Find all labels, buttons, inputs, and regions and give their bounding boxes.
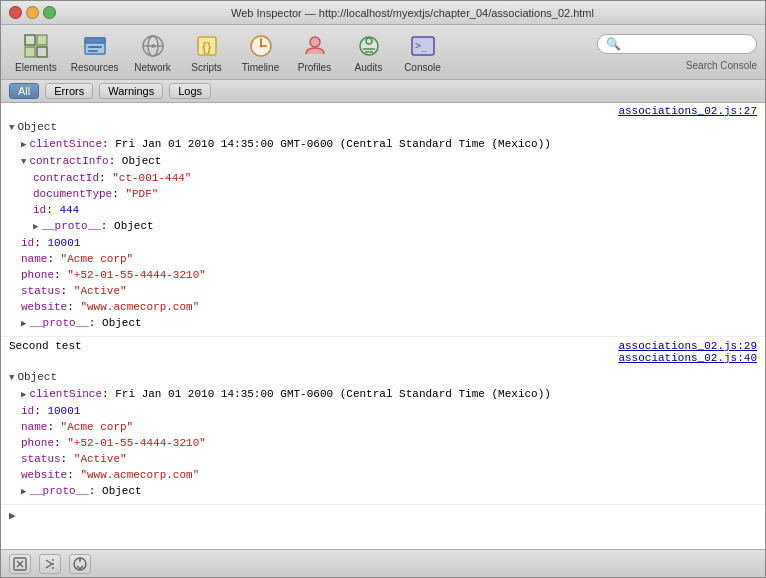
console-label: Console xyxy=(404,62,441,73)
entry1-file-link[interactable]: associations_02.js:27 xyxy=(618,105,757,117)
title-bar: Web Inspector — http://localhost/myextjs… xyxy=(1,1,765,25)
second-test-label: Second test xyxy=(9,340,82,352)
timeline-label: Timeline xyxy=(242,62,279,73)
toolbar-item-timeline[interactable]: Timeline xyxy=(235,29,287,75)
network-label: Network xyxy=(134,62,171,73)
minimize-button[interactable] xyxy=(26,6,39,19)
toolbar: Elements Resources xyxy=(1,25,765,80)
entry2-object-label: Object xyxy=(17,371,57,383)
network-icon xyxy=(138,31,168,61)
scripts-label: Scripts xyxy=(191,62,222,73)
execute-button[interactable] xyxy=(39,554,61,574)
entry1-contract-id-num: id: 444 xyxy=(9,202,757,218)
timeline-icon xyxy=(246,31,276,61)
svg-rect-2 xyxy=(25,47,35,57)
web-inspector-window: Web Inspector — http://localhost/myextjs… xyxy=(0,0,766,578)
svg-text:>_: >_ xyxy=(415,40,428,52)
entry2-name: name: "Acme corp" xyxy=(9,419,757,435)
entry1-proto-contract: __proto__: Object xyxy=(9,218,757,235)
svg-rect-7 xyxy=(88,50,98,52)
entry1-client-since: clientSince: Fri Jan 01 2010 14:35:00 GM… xyxy=(9,136,757,153)
entry2-link1[interactable]: associations_02.js:29 xyxy=(618,340,757,352)
search-label: Search Console xyxy=(686,60,757,71)
console-prompt-symbol: ▶ xyxy=(9,509,16,522)
toolbar-search: 🔍 Search Console xyxy=(597,34,757,71)
console-entry-1: associations_02.js:27 Object clientSince… xyxy=(1,103,765,337)
toolbar-item-elements[interactable]: Elements xyxy=(9,29,63,75)
entry2-proto: __proto__: Object xyxy=(9,483,757,500)
toolbar-item-console[interactable]: >_ Console xyxy=(397,29,449,75)
second-test-section: Second test associations_02.js:29 associ… xyxy=(1,337,765,367)
entry1-name: name: "Acme corp" xyxy=(9,251,757,267)
search-input[interactable] xyxy=(625,38,748,50)
filter-warnings-button[interactable]: Warnings xyxy=(99,83,163,99)
entry2-link2[interactable]: associations_02.js:40 xyxy=(618,352,757,364)
svg-rect-6 xyxy=(88,46,102,48)
profiles-label: Profiles xyxy=(298,62,331,73)
entry2-client-since: clientSince: Fri Jan 01 2010 14:35:00 GM… xyxy=(9,386,757,403)
audits-label: Audits xyxy=(355,62,383,73)
svg-text:{}: {} xyxy=(202,40,212,54)
pause-button[interactable] xyxy=(69,554,91,574)
filter-all-button[interactable]: All xyxy=(9,83,39,99)
svg-rect-3 xyxy=(37,47,47,57)
entry2-object-root: Object xyxy=(9,369,757,386)
filter-bar: All Errors Warnings Logs xyxy=(1,80,765,103)
entry1-contract-id: contractId: "ct-001-444" xyxy=(9,170,757,186)
entry1-status: status: "Active" xyxy=(9,283,757,299)
entry2-content: Object clientSince: Fri Jan 01 2010 14:3… xyxy=(1,367,765,504)
entry1-website: website: "www.acmecorp.com" xyxy=(9,299,757,315)
window-controls xyxy=(9,6,56,19)
console-icon: >_ xyxy=(408,31,438,61)
svg-rect-0 xyxy=(25,35,35,45)
clear-console-button[interactable] xyxy=(9,554,31,574)
bottom-bar xyxy=(1,549,765,577)
entry1-object-label: Object xyxy=(17,121,57,133)
toolbar-item-profiles[interactable]: Profiles xyxy=(289,29,341,75)
console-prompt-area: ▶ xyxy=(1,505,765,526)
entry1-contract-info: contractInfo: Object xyxy=(9,153,757,170)
svg-point-11 xyxy=(151,44,155,48)
toolbar-item-resources[interactable]: Resources xyxy=(65,29,125,75)
maximize-button[interactable] xyxy=(43,6,56,19)
toolbar-item-audits[interactable]: Audits xyxy=(343,29,395,75)
svg-point-17 xyxy=(259,45,262,48)
svg-rect-1 xyxy=(37,35,47,45)
entry1-phone: phone: "+52-01-55-4444-3210" xyxy=(9,267,757,283)
entry2-status: status: "Active" xyxy=(9,451,757,467)
svg-rect-5 xyxy=(85,38,105,43)
resources-icon xyxy=(80,31,110,61)
entry1-proto-root: __proto__: Object xyxy=(9,315,757,332)
entry1-document-type: documentType: "PDF" xyxy=(9,186,757,202)
entry1-content: Object clientSince: Fri Jan 01 2010 14:3… xyxy=(1,117,765,336)
filter-logs-button[interactable]: Logs xyxy=(169,83,211,99)
filter-errors-button[interactable]: Errors xyxy=(45,83,93,99)
elements-icon xyxy=(21,31,51,61)
entry2-website: website: "www.acmecorp.com" xyxy=(9,467,757,483)
entry1-header: associations_02.js:27 xyxy=(1,103,765,117)
elements-label: Elements xyxy=(15,62,57,73)
audits-icon xyxy=(354,31,384,61)
close-button[interactable] xyxy=(9,6,22,19)
console-entry-2: Object clientSince: Fri Jan 01 2010 14:3… xyxy=(1,367,765,505)
scripts-icon: {} xyxy=(192,31,222,61)
entry2-id: id: 10001 xyxy=(9,403,757,419)
entry2-phone: phone: "+52-01-55-4444-3210" xyxy=(9,435,757,451)
entry1-id: id: 10001 xyxy=(9,235,757,251)
second-test-links: associations_02.js:29 associations_02.js… xyxy=(618,340,757,364)
search-box[interactable]: 🔍 xyxy=(597,34,757,54)
window-title: Web Inspector — http://localhost/myextjs… xyxy=(68,7,757,19)
console-area: associations_02.js:27 Object clientSince… xyxy=(1,103,765,549)
search-icon: 🔍 xyxy=(606,37,621,51)
profiles-icon xyxy=(300,31,330,61)
resources-label: Resources xyxy=(71,62,119,73)
toolbar-item-network[interactable]: Network xyxy=(127,29,179,75)
toolbar-item-scripts[interactable]: {} Scripts xyxy=(181,29,233,75)
entry1-object-root: Object xyxy=(9,119,757,136)
svg-point-18 xyxy=(310,37,320,47)
